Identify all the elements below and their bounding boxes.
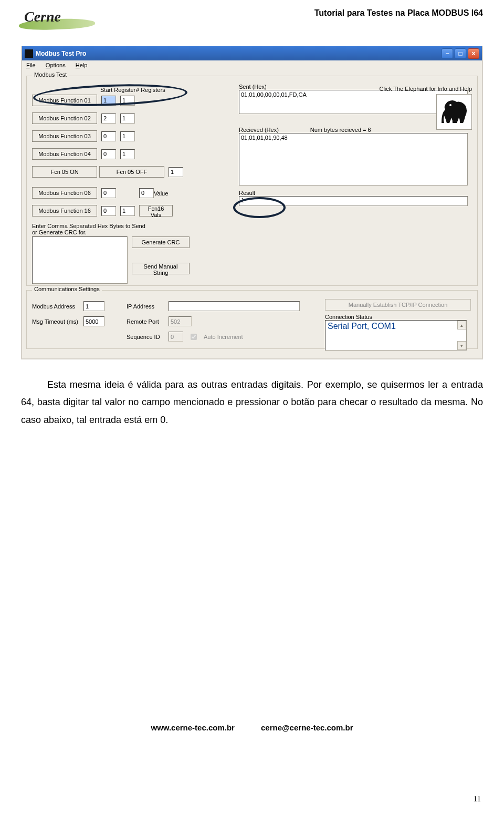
- num-bytes-label: Num bytes recieved = 6: [310, 127, 371, 133]
- fn02-start-reg[interactable]: [101, 114, 116, 123]
- ip-address-input[interactable]: [169, 301, 300, 311]
- msg-timeout-label: Msg Timeout (ms): [32, 318, 78, 325]
- manual-hex-label-line2: or Generate CRC for.: [32, 229, 192, 235]
- fn02-button[interactable]: Modbus Function 02: [32, 112, 97, 124]
- received-hex-box: 01,01,01,01,90,48: [239, 133, 468, 186]
- fn03-num-reg[interactable]: [120, 131, 135, 141]
- fn16-num-reg[interactable]: [120, 206, 135, 216]
- footer-email: cerne@cerne-tec.com.br: [261, 723, 353, 732]
- send-manual-button[interactable]: Send Manual String: [132, 263, 190, 274]
- manual-hex-label-line1: Enter Comma Separated Hex Bytes to Send: [32, 223, 192, 229]
- app-window: Modbus Test Pro − □ × File Options Help …: [21, 46, 483, 359]
- modbus-address-label: Modbus Address: [32, 303, 78, 310]
- menubar: File Options Help: [22, 60, 482, 71]
- remote-port-label: Remote Port: [127, 318, 163, 325]
- connection-status-box: Serial Port, COM1 ▴ ▾: [325, 320, 467, 351]
- fn05-start-reg[interactable]: [169, 167, 183, 177]
- modbus-address-input[interactable]: [83, 301, 104, 311]
- window-title: Modbus Test Pro: [36, 50, 86, 57]
- svg-point-0: [449, 104, 452, 106]
- sent-hex-box: 01,01,00,00,00,01,FD,CA: [239, 90, 468, 114]
- connection-status-label: Connection Status: [325, 314, 472, 320]
- fn06-button[interactable]: Modbus Function 06: [32, 187, 97, 199]
- scroll-down-icon[interactable]: ▾: [457, 341, 466, 350]
- elephant-icon[interactable]: [436, 94, 472, 130]
- sent-hex-label: Sent (Hex): [239, 84, 267, 90]
- result-label: Result: [239, 190, 472, 196]
- fn05-on-button[interactable]: Fcn 05 ON: [32, 166, 97, 178]
- body-paragraph: Esta mesma ideia é válida para as outras…: [21, 376, 483, 429]
- minimize-button[interactable]: −: [442, 48, 453, 59]
- sequence-id-input: [169, 332, 183, 342]
- menu-help[interactable]: Help: [71, 60, 92, 70]
- menu-file[interactable]: File: [22, 60, 40, 70]
- received-hex-label: Recieved (Hex): [239, 127, 279, 133]
- sequence-id-label: Sequence ID: [127, 334, 163, 340]
- remote-port-input: [169, 316, 192, 326]
- menu-options[interactable]: Options: [41, 60, 70, 70]
- fn05-off-button[interactable]: Fcn 05 OFF: [99, 166, 164, 178]
- fn16-start-reg[interactable]: [101, 206, 116, 216]
- auto-increment-label: Auto Increment: [204, 334, 243, 340]
- value-label: Value: [154, 190, 168, 197]
- annotation-result-circle: [233, 197, 286, 218]
- page-number: 11: [474, 795, 481, 803]
- fn16-button[interactable]: Modbus Function 16: [32, 205, 97, 217]
- fn03-start-reg[interactable]: [101, 131, 116, 141]
- fn04-button[interactable]: Modbus Function 04: [32, 148, 97, 160]
- document-title: Tutorial para Testes na Placa MODBUS I64: [314, 8, 483, 18]
- manual-hex-textarea[interactable]: [32, 236, 128, 284]
- modbus-test-group: Modbus Test Start Register # Registers M…: [26, 76, 478, 286]
- tcp-connect-button[interactable]: Manually Establish TCP/IP Connection: [325, 299, 471, 311]
- fn03-button[interactable]: Modbus Function 03: [32, 130, 97, 142]
- ip-address-label: IP Address: [127, 303, 163, 310]
- scroll-up-icon[interactable]: ▴: [457, 321, 466, 329]
- comm-settings-group: Communications Settings Modbus Address M…: [26, 290, 478, 349]
- maximize-button[interactable]: □: [455, 48, 466, 59]
- fn16-vals-button[interactable]: Fcn16 Vals: [139, 205, 173, 217]
- msg-timeout-input[interactable]: [83, 316, 104, 326]
- fn04-num-reg[interactable]: [120, 149, 135, 159]
- logo: Cerne: [21, 4, 61, 27]
- logo-text: Cerne: [24, 8, 61, 25]
- fn02-num-reg[interactable]: [120, 114, 135, 123]
- modbus-test-legend: Modbus Test: [32, 71, 69, 78]
- elephant-help-label: Click The Elephant for Info and Help: [379, 86, 472, 92]
- footer-url: www.cerne-tec.com.br: [151, 723, 235, 732]
- titlebar: Modbus Test Pro − □ ×: [22, 46, 482, 60]
- generate-crc-button[interactable]: Generate CRC: [132, 236, 190, 248]
- page-footer: www.cerne-tec.com.br cerne@cerne-tec.com…: [21, 723, 483, 732]
- close-button[interactable]: ×: [468, 48, 479, 59]
- fn06-value[interactable]: [139, 188, 154, 198]
- fn06-start-reg[interactable]: [101, 188, 116, 198]
- auto-increment-checkbox: [191, 334, 197, 340]
- comm-settings-legend: Communications Settings: [32, 286, 102, 292]
- fn04-start-reg[interactable]: [101, 149, 116, 159]
- app-icon: [25, 49, 33, 58]
